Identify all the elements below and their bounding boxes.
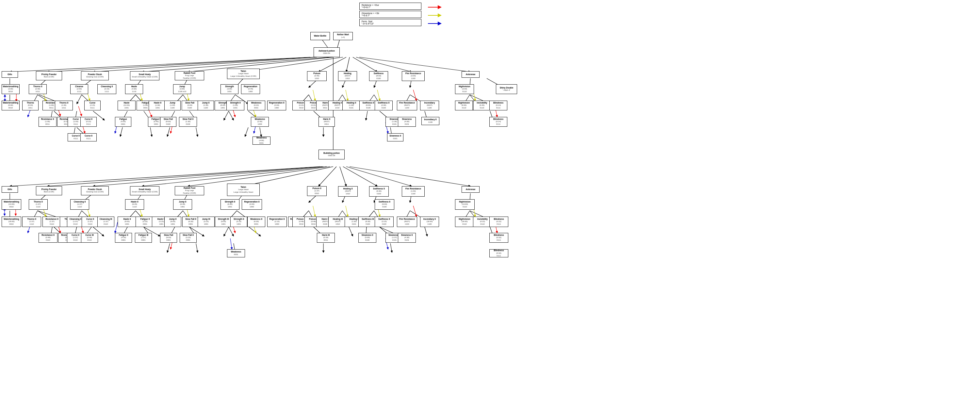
fire-res2-bot-top: Fire Resistance (1:00) 1100 xyxy=(402,186,425,197)
svg-line-170 xyxy=(345,206,348,217)
swiftness-9-bot: Swiftness II (9:00) 0100 xyxy=(375,199,394,210)
svg-line-30 xyxy=(77,95,82,104)
svg-line-102 xyxy=(48,167,322,186)
resistance2-top: Resistance II (1:00) 0011 xyxy=(38,117,57,127)
thorns2-1-top: Thorns II (1:00) 1011 xyxy=(55,100,73,110)
svg-line-9 xyxy=(188,57,333,72)
powder-slush-top: Powder Slush Glowing Goo (COR) xyxy=(81,71,109,80)
nightvision-13-bot: Nightvision (13:00) 0110 xyxy=(455,199,475,210)
legend-glowstone-text: Glowstone = +Str "+5-6-7" xyxy=(362,12,379,17)
prickly-powder-bark-top: Prickly Powder Bark (COR) xyxy=(36,71,62,80)
cleansing2-137-bot: Cleansing II (1:37) 1110 xyxy=(70,199,89,210)
powder-slush-bot: Powder Slush Glowing Goo (COR) xyxy=(81,186,109,195)
curse3-bot: Curse III (0:48) 0110 xyxy=(81,233,98,243)
jump-8-top: Jump (3:00) 1100 b10 xyxy=(173,84,191,94)
jump2-663-bot: Jump II (9:00) 1001 xyxy=(164,217,181,227)
blindness-014-top: Blindness (0:14) 0111 xyxy=(489,100,508,110)
slowness2-top: Slowness (4:00) 0101 xyxy=(398,117,416,127)
haste2-1-top: Haste II (1:00) 1001 xyxy=(149,100,167,110)
jump-1-top: Jump (1:00) 1100 xyxy=(164,100,181,110)
small-heaty-bot: Small Heaty Small Unhealthy Heart (COR) xyxy=(130,186,159,195)
fatigue2-713-bot: Fatigue II (4:30) 0001 xyxy=(115,233,132,243)
antennae-bot: Antennae xyxy=(461,186,480,193)
waterbreathing-18-bot: Waterbreathing (18:00) 0010 xyxy=(2,217,21,227)
cleansing3-bot: Cleansing III (1:37) 0110 xyxy=(97,217,115,227)
swiftness2-315-bot: Swiftness II (3:15) 0100 xyxy=(375,217,394,227)
weakness-022-top: Weakness (0:22) 0001 xyxy=(247,100,265,110)
invisibility-045-top: Invisibility (0:45) 0110 xyxy=(473,100,491,110)
thorns2-137-bot: Thorns II (1:37) 1110 xyxy=(29,199,48,210)
svg-line-104 xyxy=(142,167,327,186)
talon-top: Talon Large Heart Large Unhealthy Heart … xyxy=(227,68,260,79)
curse-2-top: Curse (2:15) 0111 xyxy=(84,100,100,110)
cleansing2-215-top: Cleansing II (2:15) 1111 xyxy=(97,84,116,94)
svg-line-101 xyxy=(10,167,320,186)
thorns-8-top: Thorns (8:00) 1011 xyxy=(22,100,38,110)
svg-line-7 xyxy=(93,57,317,72)
resistance2-048-bot: Resistance II (0:48) 0110 xyxy=(38,233,57,243)
legend-ferm-spd-text: Ferm. Spd "-0+3-4+13" xyxy=(362,20,374,25)
poison2-bot-top: Poison II (1:37) 0010 xyxy=(307,186,327,196)
incendiary-top: Incendiary (INST) 1100 xyxy=(420,100,439,110)
thorns2-2-top: Thorns II (2:00) 1011 xyxy=(29,84,47,94)
svg-line-11 xyxy=(318,57,346,72)
fatigue3-713-bot: Fatigue III (1:37) 0001 xyxy=(135,233,152,243)
legend-redstone-text: Redstone = +Dur "+5+6-7" xyxy=(362,4,379,8)
svg-line-12 xyxy=(346,57,350,72)
cleansing-2-top: Cleanse (2:00) 1111 xyxy=(70,84,88,94)
svg-line-35 xyxy=(78,106,82,116)
swiftness2-bot-top: Swiftness II (6:30) 0100 xyxy=(369,186,389,197)
haste-430-top: Haste (4:30) 1110 xyxy=(125,84,143,94)
svg-line-148 xyxy=(167,244,170,253)
regen2-2-top: Regeneration II (2:00) 1000 xyxy=(267,100,286,110)
regen2-2-bot: Regeneration II (2:00) 1000 xyxy=(242,199,262,210)
harm2-top: Harm II (INST) 0011 xyxy=(318,117,335,127)
svg-line-154 xyxy=(224,227,229,236)
swiftness2-2-top: Swiftness II (2:00) 0100 xyxy=(375,100,393,110)
svg-line-111 xyxy=(350,167,470,186)
healing-inst-top: Healing (INST) 1010 xyxy=(338,71,357,81)
swiftness-8-top: Swiftness (8:00) 0100 xyxy=(369,71,388,81)
svg-line-67 xyxy=(245,127,248,137)
svg-line-149 xyxy=(196,244,197,253)
svg-line-164 xyxy=(313,206,315,217)
svg-line-105 xyxy=(188,167,330,186)
harm3-713-bot: Harm III (0:34) 0011 xyxy=(317,233,335,243)
svg-line-82 xyxy=(377,90,380,100)
resistance2-137-bot: Resistance II (1:37) 0110 xyxy=(43,217,61,227)
svg-line-155 xyxy=(229,227,234,236)
diagram-container: Redstone = +Dur "+5+6-7" Glowstone = +St… xyxy=(0,0,980,406)
svg-line-160 xyxy=(230,239,232,249)
strength2-1-top: Strength II (1:00) 1001 xyxy=(226,100,244,110)
svg-line-177 xyxy=(390,244,392,253)
nightvision-8-top: Nightvision (8:00) 0110 xyxy=(455,100,473,110)
jump2-top: Jump II (1:30) 1100 xyxy=(197,100,214,110)
svg-line-107 xyxy=(318,167,336,186)
regen-045-top: Regeneration (0:45) 1000 xyxy=(241,84,260,94)
jump3-663-bot: Jump III (3:15) 1001 xyxy=(197,217,215,227)
thorns2-137-2-bot: Thorns II (1:37) 1110 xyxy=(22,217,41,227)
water-bottle-node: Water Bottle xyxy=(310,32,330,40)
antennae-top: Antennae xyxy=(461,71,480,78)
blindness2-top: Blindness (0:14) 0111 xyxy=(489,117,508,127)
incendiary2-top: Incendiary II 1100 xyxy=(422,117,439,125)
curse2-137-bot: Curse II (1:37) 0110 xyxy=(82,217,99,227)
slow-fall2-top: Slow Fall II (1:30) 0100 xyxy=(179,117,197,127)
svg-line-106 xyxy=(243,167,333,186)
weakness2-663-bot: Weakness II (6:30) 0001 xyxy=(247,217,265,227)
svg-line-108 xyxy=(340,167,346,186)
waterbreathing-13-bot: Waterbreathing (13:00) 0010 xyxy=(2,199,21,210)
haste2-663-bot: Haste II (9:00) 1001 xyxy=(118,217,137,227)
svg-line-110 xyxy=(346,167,412,186)
strength3-663-bot: Strength III (9:00) 1001 xyxy=(215,217,232,227)
svg-line-171 xyxy=(349,227,353,236)
small-heaty-top: Small Heaty Small Unhealthy Heart (COR) xyxy=(130,71,159,80)
fire-res2-top: Fire Resistance (INST) 1100 xyxy=(397,100,417,110)
svg-line-61 xyxy=(224,111,229,120)
strength2-663-2-bot: Strength II (3:15) 1001 xyxy=(230,217,247,227)
svg-line-78 xyxy=(345,90,348,100)
svg-line-90 xyxy=(413,90,417,100)
haste2-945-bot: Haste II (9:45) 1110 xyxy=(125,199,144,210)
nether-wart-node: Nether Wart (+4) xyxy=(333,32,353,40)
weakness-4001-top: Weakness (4:00) 0001 xyxy=(253,137,270,145)
